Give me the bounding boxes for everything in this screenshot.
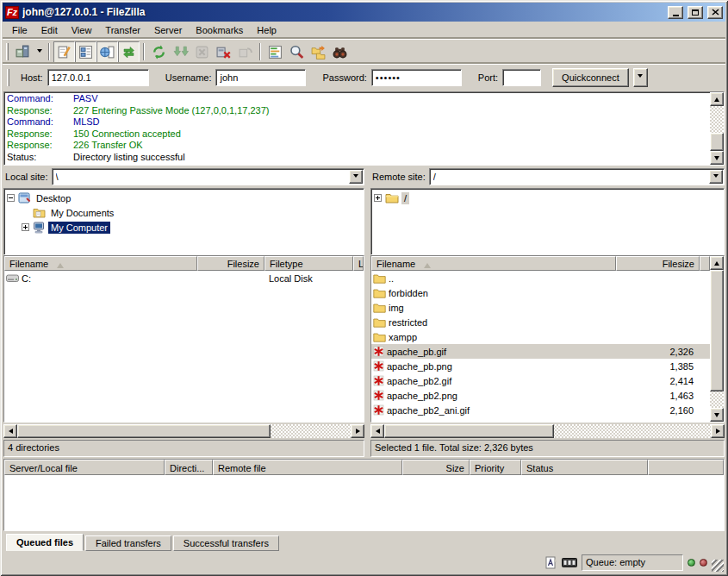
refresh-button[interactable] — [148, 41, 170, 63]
scroll-track[interactable] — [17, 424, 351, 438]
remote-file-row[interactable]: .. — [371, 271, 710, 285]
remote-file-row[interactable]: apache_pb2_ani.gif 2,160 — [371, 403, 710, 417]
pane-splitter[interactable] — [364, 167, 370, 457]
password-input[interactable] — [371, 69, 462, 86]
quickconnect-grip[interactable] — [7, 69, 9, 86]
menu-view[interactable]: View — [65, 22, 99, 38]
toggle-transfer-queue-button[interactable] — [118, 41, 140, 63]
remote-file-row[interactable]: restricted — [371, 315, 710, 329]
scroll-thumb[interactable] — [710, 133, 724, 151]
expand-icon[interactable] — [374, 194, 383, 202]
remote-file-row[interactable]: apache_pb.png 1,385 — [371, 359, 710, 373]
expand-icon[interactable] — [22, 223, 31, 231]
scroll-up-button[interactable] — [710, 256, 724, 270]
column-header-server-local-file[interactable]: Server/Local file — [4, 460, 165, 475]
remote-horizontal-scrollbar[interactable] — [370, 424, 725, 438]
disconnect-button[interactable] — [213, 41, 234, 63]
menu-bookmarks[interactable]: Bookmarks — [189, 22, 250, 38]
speed-limit-icon[interactable] — [562, 558, 577, 567]
scroll-thumb[interactable] — [710, 270, 724, 391]
scroll-up-button[interactable] — [710, 92, 724, 106]
toolbar-grip[interactable] — [6, 43, 9, 60]
maximize-button[interactable] — [688, 6, 703, 19]
quickconnect-button[interactable]: Quickconnect — [552, 68, 629, 87]
column-header-filename[interactable]: Filename — [4, 256, 197, 271]
synchronized-browsing-button[interactable] — [308, 41, 329, 63]
column-header-status[interactable]: Status — [521, 460, 648, 475]
reconnect-button[interactable] — [234, 41, 256, 63]
scroll-left-button[interactable] — [3, 424, 17, 438]
tab-successful-transfers[interactable]: Successful transfers — [173, 535, 279, 551]
scroll-right-button[interactable] — [351, 424, 364, 438]
tab-failed-transfers[interactable]: Failed transfers — [85, 535, 171, 551]
remote-site-combobox[interactable]: / — [429, 168, 725, 185]
remote-file-row[interactable]: xampp — [371, 329, 710, 344]
title-bar[interactable]: Fz john@127.0.0.1 - FileZilla — [3, 3, 725, 22]
menu-file[interactable]: File — [5, 22, 34, 38]
directory-comparison-button[interactable] — [264, 41, 286, 63]
scroll-left-button[interactable] — [370, 424, 384, 438]
remote-file-row[interactable]: apache_pb2.gif 2,414 — [371, 373, 710, 388]
scroll-right-button[interactable] — [711, 424, 725, 438]
scroll-track[interactable] — [710, 106, 724, 151]
host-input[interactable] — [47, 69, 149, 86]
menu-transfer[interactable]: Transfer — [98, 22, 147, 38]
column-header-filesize[interactable]: Filesize — [197, 256, 264, 271]
local-file-row[interactable]: C: Local Disk — [4, 271, 364, 285]
tree-item-root[interactable]: / — [374, 191, 724, 205]
queue-list-body[interactable] — [4, 475, 724, 530]
column-header-last-modified[interactable]: L — [353, 256, 364, 271]
remote-file-row[interactable]: forbidden — [371, 285, 710, 300]
filename-filters-button[interactable] — [286, 41, 308, 63]
toggle-remote-tree-button[interactable] — [96, 41, 118, 63]
remote-site-dropdown-button[interactable] — [709, 170, 723, 184]
transfer-type-icon[interactable] — [545, 556, 557, 569]
scroll-down-button[interactable] — [710, 408, 724, 422]
column-header-filesize[interactable]: Filesize — [616, 256, 700, 271]
quickconnect-dropdown-button[interactable] — [633, 68, 648, 87]
scroll-down-button[interactable] — [710, 151, 724, 165]
scroll-track[interactable] — [384, 424, 711, 438]
site-manager-button[interactable] — [12, 41, 34, 63]
tree-item-my-documents[interactable]: My Documents — [7, 205, 364, 220]
arrow-left-icon — [6, 429, 13, 434]
username-input[interactable] — [215, 69, 306, 86]
remote-file-row[interactable]: img — [371, 300, 710, 315]
remote-vertical-scrollbar[interactable] — [710, 256, 724, 422]
process-queue-button[interactable] — [170, 41, 191, 63]
column-header-empty — [648, 460, 724, 475]
port-input[interactable] — [502, 69, 541, 86]
menu-edit[interactable]: Edit — [34, 22, 65, 38]
site-manager-dropdown-button[interactable] — [34, 41, 45, 63]
tab-queued-files[interactable]: Queued files — [6, 534, 84, 551]
local-site-dropdown-button[interactable] — [349, 170, 363, 184]
close-button[interactable] — [707, 6, 723, 19]
column-header-priority[interactable]: Priority — [470, 460, 521, 475]
remote-file-row-selected[interactable]: apache_pb.gif 2,326 — [371, 344, 710, 359]
local-horizontal-scrollbar[interactable] — [3, 424, 364, 438]
tree-item-my-computer[interactable]: My Computer — [7, 220, 364, 235]
collapse-icon[interactable] — [7, 194, 16, 202]
find-files-button[interactable] — [329, 41, 351, 63]
column-header-filetype[interactable]: Filetype — [264, 256, 353, 271]
cancel-operation-button[interactable] — [191, 41, 213, 63]
resize-grip[interactable] — [712, 560, 724, 572]
toggle-local-tree-button[interactable] — [75, 41, 96, 63]
column-header-direction[interactable]: Directi... — [165, 460, 213, 475]
column-header-filename[interactable]: Filename — [371, 256, 616, 271]
scroll-track[interactable] — [710, 270, 724, 408]
tree-item-desktop[interactable]: Desktop — [7, 191, 364, 205]
menu-server[interactable]: Server — [147, 22, 189, 38]
log-scrollbar[interactable] — [710, 92, 724, 165]
log-text: 227 Entering Passive Mode (127,0,0,1,17,… — [73, 105, 269, 117]
column-header-remote-file[interactable]: Remote file — [213, 460, 402, 475]
remote-file-row[interactable]: apache_pb2.png 1,463 — [371, 388, 710, 403]
column-header-size[interactable]: Size — [402, 460, 470, 475]
menu-help[interactable]: Help — [250, 22, 283, 38]
toggle-message-log-button[interactable] — [53, 41, 75, 63]
sort-ascending-icon — [424, 260, 431, 268]
scroll-thumb[interactable] — [384, 424, 554, 438]
minimize-button[interactable] — [668, 6, 683, 19]
scroll-thumb[interactable] — [17, 424, 271, 438]
local-site-combobox[interactable]: \ — [52, 168, 364, 185]
